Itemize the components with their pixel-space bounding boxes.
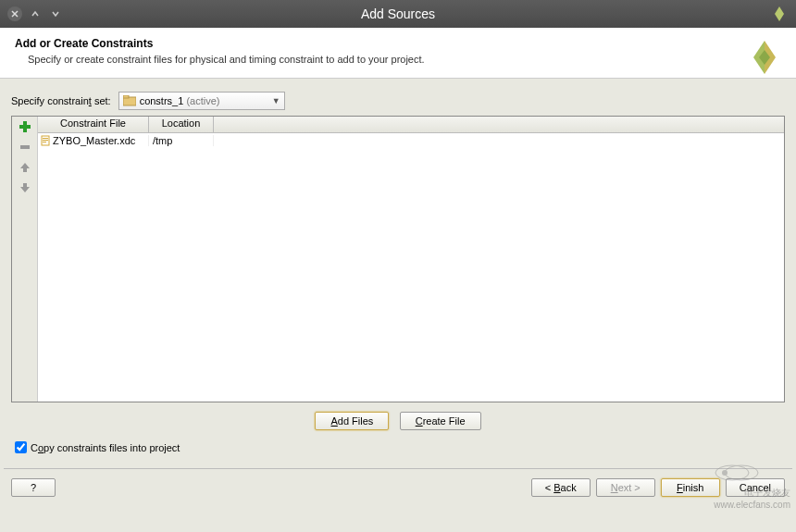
cell-location: /tmp xyxy=(149,135,214,146)
close-icon[interactable] xyxy=(7,6,22,21)
help-button[interactable]: ? xyxy=(11,478,56,497)
svg-rect-15 xyxy=(43,140,48,141)
content-area: Specify constraint set: constrs_1 (activ… xyxy=(0,79,796,468)
page-title: Add or Create Constraints xyxy=(15,37,781,50)
window-controls xyxy=(7,6,63,21)
page-description: Specify or create constraint files for p… xyxy=(28,54,781,65)
table-toolbar xyxy=(12,117,38,402)
file-table-area: Constraint File Location ZYBO_Master.xdc… xyxy=(11,116,785,402)
create-file-button[interactable]: Create File xyxy=(400,412,481,430)
move-down-icon[interactable] xyxy=(16,179,34,196)
dropdown-arrow-icon: ▼ xyxy=(272,96,280,105)
svg-rect-10 xyxy=(20,145,30,149)
svg-marker-11 xyxy=(20,163,30,172)
constraint-set-dropdown[interactable]: constrs_1 (active) ▼ xyxy=(118,92,285,110)
add-files-button[interactable]: Add Files xyxy=(315,412,389,430)
svg-rect-9 xyxy=(19,125,31,129)
titlebar: Add Sources xyxy=(0,0,796,28)
table-header: Constraint File Location xyxy=(38,117,784,133)
svg-rect-14 xyxy=(43,138,48,139)
next-button: Next > xyxy=(596,478,655,497)
copy-files-checkbox-row[interactable]: Copy constraints files into project xyxy=(11,438,785,461)
remove-icon[interactable] xyxy=(16,139,34,155)
cell-file: ZYBO_Master.xdc xyxy=(38,135,149,146)
table-row[interactable]: ZYBO_Master.xdc /tmp xyxy=(38,133,784,148)
table-body: ZYBO_Master.xdc /tmp xyxy=(38,133,784,402)
action-buttons: Add Files Create File xyxy=(11,402,785,438)
cancel-button[interactable]: Cancel xyxy=(726,478,785,497)
folder-icon xyxy=(123,95,136,106)
chevron-down-icon[interactable] xyxy=(48,6,63,21)
window-title: Add Sources xyxy=(361,6,435,21)
copy-files-checkbox[interactable] xyxy=(15,441,27,453)
header-panel: Add or Create Constraints Specify or cre… xyxy=(0,28,796,79)
footer: ? < Back Next > Finish Cancel xyxy=(0,469,796,506)
file-icon xyxy=(40,135,51,146)
dropdown-value: constrs_1 (active) xyxy=(140,95,265,106)
svg-rect-16 xyxy=(43,142,46,142)
svg-marker-12 xyxy=(20,183,30,192)
chevron-up-icon[interactable] xyxy=(28,6,43,21)
svg-marker-2 xyxy=(775,6,784,21)
back-button[interactable]: < Back xyxy=(531,478,591,497)
vivado-logo-icon xyxy=(744,37,785,80)
column-header-file[interactable]: Constraint File xyxy=(38,117,149,132)
add-icon[interactable] xyxy=(16,118,34,135)
finish-button[interactable]: Finish xyxy=(661,478,720,497)
constraint-set-label: Specify constraint set: xyxy=(11,95,111,106)
copy-files-label: Copy constraints files into project xyxy=(31,442,180,453)
move-up-icon[interactable] xyxy=(16,159,34,176)
svg-rect-7 xyxy=(123,95,129,98)
file-table: Constraint File Location ZYBO_Master.xdc… xyxy=(38,117,784,402)
column-header-location[interactable]: Location xyxy=(149,117,214,132)
constraint-set-row: Specify constraint set: constrs_1 (activ… xyxy=(11,92,785,110)
app-logo-icon xyxy=(770,5,789,23)
